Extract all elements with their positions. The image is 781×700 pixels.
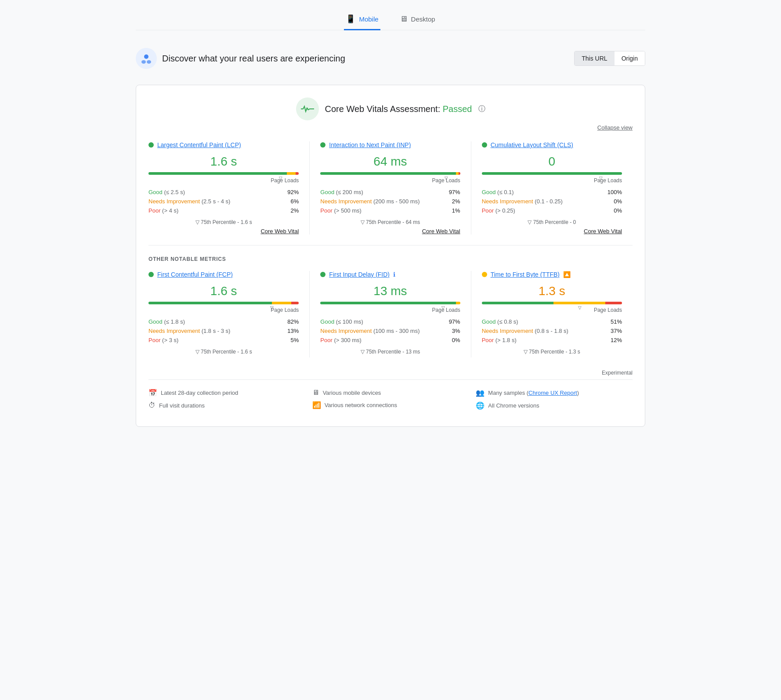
svg-point-0 [144, 54, 148, 59]
metric-link-fid[interactable]: First Input Delay (FID) [329, 271, 390, 278]
metric-link-lcp[interactable]: Largest Contentful Paint (LCP) [157, 141, 241, 148]
metric-row-cls-good: Good (≤ 0.1)100% [482, 189, 622, 195]
mobile-icon: 📱 [346, 14, 355, 24]
metric-dot-lcp [148, 142, 154, 148]
metric-row-value-cls-poor: 0% [614, 207, 622, 214]
assessment-info-icon[interactable]: ⓘ [478, 105, 485, 114]
footer-item-icon: 🖥 [312, 389, 319, 397]
metric-row-label-ttfb-good: Good (≤ 0.8 s) [482, 318, 518, 325]
metric-marker-inp: ▽ [445, 176, 448, 180]
page-loads-label-ttfb: Page Loads [482, 307, 622, 313]
metric-row-cls-needs: Needs Improvement (0.1 - 0.25)0% [482, 198, 622, 205]
other-metrics-label: OTHER NOTABLE METRICS [148, 256, 633, 262]
metric-row-label-ttfb-needs: Needs Improvement (0.8 s - 1.8 s) [482, 328, 568, 334]
metric-link-fcp[interactable]: First Contentful Paint (FCP) [157, 271, 233, 278]
metric-row-value-fcp-good: 82% [287, 318, 299, 325]
cwv-anchor-inp[interactable]: Core Web Vital [422, 228, 460, 235]
origin-button[interactable]: Origin [615, 51, 645, 65]
footer-section: 📅Latest 28-day collection period⏱Full vi… [148, 379, 633, 414]
footer-item: ⏱Full visit durations [148, 401, 305, 409]
metric-row-label-fcp-poor: Poor (> 3 s) [148, 337, 178, 343]
metric-value-lcp: 1.6 s [148, 155, 299, 169]
footer-item-text: All Chrome versions [488, 402, 539, 409]
metric-row-value-fid-needs: 3% [452, 328, 460, 334]
metric-marker-fid: ▽ [441, 305, 445, 310]
cwv-link-inp: Core Web Vital [320, 228, 460, 235]
metric-row-ttfb-poor: Poor (> 1.8 s)12% [482, 337, 622, 343]
pulse-icon [296, 97, 319, 120]
metric-link-cls[interactable]: Cumulative Layout Shift (CLS) [491, 141, 573, 148]
metric-link-inp[interactable]: Interaction to Next Paint (INP) [329, 141, 411, 148]
metric-bar-lcp: ▽ [148, 172, 299, 175]
metric-col-ttfb: Time to First Byte (TTFB)🔼1.3 s▽Page Loa… [471, 271, 633, 357]
footer-item: 👥Many samples (Chrome UX Report) [476, 389, 633, 397]
page-loads-label-inp: Page Loads [320, 177, 460, 184]
other-metrics-grid: First Contentful Paint (FCP)1.6 s▽Page L… [148, 271, 633, 368]
metric-row-value-lcp-needs: 6% [291, 198, 299, 205]
chrome-ux-link[interactable]: Chrome UX Report [528, 390, 577, 396]
core-vitals-grid: Largest Contentful Paint (LCP)1.6 s▽Page… [148, 141, 633, 245]
footer-item-icon: ⏱ [148, 401, 155, 409]
svg-point-3 [306, 108, 308, 110]
metric-col-inp: Interaction to Next Paint (INP)64 ms▽Pag… [310, 141, 471, 235]
metric-row-ttfb-needs: Needs Improvement (0.8 s - 1.8 s)37% [482, 328, 622, 334]
cwv-anchor-lcp[interactable]: Core Web Vital [260, 228, 299, 235]
metric-marker-fcp: ▽ [270, 305, 274, 310]
footer-item-text: Various network connections [325, 402, 397, 408]
metric-title-lcp: Largest Contentful Paint (LCP) [148, 141, 299, 148]
collapse-view-button[interactable]: Collapse view [597, 124, 633, 131]
metric-info-icon-fid[interactable]: ℹ [393, 271, 395, 278]
metric-row-fcp-needs: Needs Improvement (1.8 s - 3 s)13% [148, 328, 299, 334]
metric-row-label-lcp-needs: Needs Improvement (2.5 s - 4 s) [148, 198, 230, 205]
metric-title-ttfb: Time to First Byte (TTFB)🔼 [482, 271, 622, 278]
footer-item-icon: 🌐 [476, 401, 485, 410]
metric-title-cls: Cumulative Layout Shift (CLS) [482, 141, 622, 148]
tab-desktop-label: Desktop [411, 15, 435, 23]
metric-row-label-inp-needs: Needs Improvement (200 ms - 500 ms) [320, 198, 419, 205]
footer-item-text: Full visit durations [159, 402, 205, 409]
metric-row-value-lcp-good: 92% [287, 189, 299, 195]
collapse-link: Collapse view [148, 124, 633, 131]
metric-row-fid-good: Good (≤ 100 ms)97% [320, 318, 460, 325]
metric-row-fcp-good: Good (≤ 1.8 s)82% [148, 318, 299, 325]
metric-row-ttfb-good: Good (≤ 0.8 s)51% [482, 318, 622, 325]
tab-mobile[interactable]: 📱 Mobile [344, 9, 380, 30]
metric-title-fid: First Input Delay (FID)ℹ [320, 271, 460, 278]
metric-row-value-lcp-poor: 2% [291, 207, 299, 214]
metric-row-lcp-needs: Needs Improvement (2.5 s - 4 s)6% [148, 198, 299, 205]
metric-row-fid-needs: Needs Improvement (100 ms - 300 ms)3% [320, 328, 460, 334]
metric-row-value-fcp-needs: 13% [287, 328, 299, 334]
metric-value-fcp: 1.6 s [148, 284, 299, 298]
metric-row-cls-poor: Poor (> 0.25)0% [482, 207, 622, 214]
page-loads-label-lcp: Page Loads [148, 177, 299, 184]
avatar [136, 48, 157, 69]
desktop-icon: 🖥 [400, 14, 408, 24]
footer-item-icon: 📶 [312, 401, 321, 409]
tab-mobile-label: Mobile [359, 15, 378, 23]
metric-row-value-fid-good: 97% [449, 318, 460, 325]
metric-marker-lcp: ▽ [279, 176, 282, 180]
metric-row-label-ttfb-poor: Poor (> 1.8 s) [482, 337, 517, 343]
cwv-anchor-cls[interactable]: Core Web Vital [584, 228, 622, 235]
tab-desktop[interactable]: 🖥 Desktop [398, 9, 437, 30]
metric-row-value-cls-good: 100% [607, 189, 622, 195]
metric-link-ttfb[interactable]: Time to First Byte (TTFB) [491, 271, 560, 278]
metric-row-label-fcp-good: Good (≤ 1.8 s) [148, 318, 185, 325]
metric-value-cls: 0 [482, 155, 622, 169]
metric-bar-cls: ▽ [482, 172, 622, 175]
metric-row-value-ttfb-good: 51% [611, 318, 622, 325]
main-card: Core Web Vitals Assessment: Passed ⓘ Col… [136, 85, 645, 427]
metric-row-value-cls-needs: 0% [614, 198, 622, 205]
metric-row-value-inp-good: 97% [449, 189, 460, 195]
metric-marker-ttfb: ▽ [578, 305, 582, 310]
metric-dot-fcp [148, 272, 154, 277]
footer-item: 📶Various network connections [312, 401, 469, 409]
metric-bar-fcp: ▽ [148, 302, 299, 304]
metric-row-value-fid-poor: 0% [452, 337, 460, 343]
metric-dot-cls [482, 142, 487, 148]
metric-row-fid-poor: Poor (> 300 ms)0% [320, 337, 460, 343]
this-url-button[interactable]: This URL [575, 51, 614, 65]
metric-row-inp-poor: Poor (> 500 ms)1% [320, 207, 460, 214]
metric-bar-inp: ▽ [320, 172, 460, 175]
cwv-link-lcp: Core Web Vital [148, 228, 299, 235]
